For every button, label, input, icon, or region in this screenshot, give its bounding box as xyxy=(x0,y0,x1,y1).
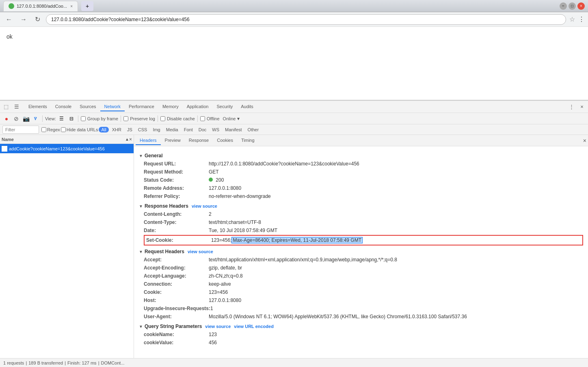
offline-checkbox[interactable] xyxy=(200,116,205,121)
record-button[interactable]: ● xyxy=(2,115,11,123)
filter-font-button[interactable]: Font xyxy=(182,127,195,132)
filter-media-button[interactable]: Media xyxy=(164,127,181,132)
details-panel: Headers Preview Response Cookies Timing … xyxy=(134,135,588,358)
cookie-row: Cookie: 123=456 xyxy=(139,289,583,296)
detail-tab-headers[interactable]: Headers xyxy=(136,136,161,145)
referrer-policy-value: no-referrer-when-downgrade xyxy=(209,193,271,200)
tree-view-button[interactable]: ⊟ xyxy=(67,115,76,123)
close-window-button[interactable]: × xyxy=(577,2,585,10)
table-row[interactable]: addCookie?cookieName=123&cookieValue=456 xyxy=(0,144,134,154)
filter-xhr-button[interactable]: XHR xyxy=(110,127,124,132)
host-row: Host: 127.0.0.1:8080 xyxy=(139,297,583,304)
devtools-close-icon[interactable]: × xyxy=(577,102,586,111)
accept-row: Accept: text/html,application/xhtml+xml,… xyxy=(139,256,583,263)
minimize-button[interactable]: − xyxy=(560,2,567,10)
response-headers-view-source[interactable]: view source xyxy=(192,204,217,208)
tab-close-button[interactable]: × xyxy=(70,4,73,9)
upgrade-insecure-key: Upgrade-Insecure-Requests: xyxy=(144,305,210,312)
devtools-tab-bar: ⬚ ☰ Elements Console Sources Network Per… xyxy=(0,101,588,113)
regex-checkbox[interactable] xyxy=(41,127,46,132)
tab-sources[interactable]: Sources xyxy=(76,102,100,111)
filter-manifest-button[interactable]: Manifest xyxy=(223,127,244,132)
tab-console[interactable]: Console xyxy=(51,102,76,111)
general-section-header[interactable]: ▼ General xyxy=(139,153,583,159)
cookie-key: Cookie: xyxy=(144,289,209,296)
tab-audits[interactable]: Audits xyxy=(237,102,257,111)
list-view-button[interactable]: ☰ xyxy=(58,115,66,123)
content-type-key: Content-Type: xyxy=(144,219,209,226)
tab-memory[interactable]: Memory xyxy=(158,102,183,111)
status-indicator xyxy=(209,178,213,182)
query-view-source[interactable]: view source xyxy=(205,324,231,329)
cookie-value-param-row: cookieValue: 456 xyxy=(139,339,583,346)
new-tab-button[interactable]: + xyxy=(81,1,93,11)
separator-2 xyxy=(78,115,78,122)
tab-network[interactable]: Network xyxy=(100,102,125,111)
detail-tabs-bar: Headers Preview Response Cookies Timing … xyxy=(134,135,588,146)
browser-menu-button[interactable]: ⋮ xyxy=(578,15,585,23)
filter-ws-button[interactable]: WS xyxy=(210,127,222,132)
maximize-button[interactable]: □ xyxy=(569,2,576,10)
close-detail-panel-button[interactable]: × xyxy=(583,137,586,144)
preserve-log-checkbox[interactable] xyxy=(123,116,128,121)
request-url-row: Request URL: http://127.0.0.1:8080/addCo… xyxy=(139,160,583,167)
filter-all-button[interactable]: All xyxy=(99,127,108,132)
filter-input[interactable] xyxy=(2,126,39,134)
tab-title: 127.0.0.1:8080/addCoo... xyxy=(17,4,67,9)
query-params-section-header[interactable]: ▼ Query String Parameters view source vi… xyxy=(139,324,583,329)
accept-key: Accept: xyxy=(144,256,209,263)
offline-label: Offline xyxy=(207,116,220,121)
detail-tab-timing[interactable]: Timing xyxy=(237,136,259,145)
connection-value: keep-alive xyxy=(209,280,231,288)
devtools-more-icon[interactable]: ⋮ xyxy=(567,102,576,111)
disable-cache-checkbox[interactable] xyxy=(160,116,165,121)
browser-tab[interactable]: 127.0.0.1:8080/addCoo... × xyxy=(3,1,78,11)
filter-other-button[interactable]: Other xyxy=(245,127,262,132)
refresh-button[interactable]: ↻ xyxy=(32,15,43,24)
cookie-name-param-row: cookieName: 123 xyxy=(139,331,583,338)
group-by-frame-checkbox[interactable] xyxy=(81,116,86,121)
remote-address-value: 127.0.0.1:8080 xyxy=(209,185,241,192)
close-request-list-button[interactable]: × xyxy=(129,137,132,142)
device-toolbar-icon[interactable]: ☰ xyxy=(12,102,21,111)
page-text: ok xyxy=(6,33,13,40)
detail-content-area: ▼ General Request URL: http://127.0.0.1:… xyxy=(134,146,588,358)
tab-application[interactable]: Application xyxy=(183,102,213,111)
online-label: Online xyxy=(223,116,236,121)
clear-button[interactable]: ⊘ xyxy=(12,115,20,123)
filter-js-button[interactable]: JS xyxy=(125,127,135,132)
tab-elements[interactable]: Elements xyxy=(24,102,51,111)
hide-data-urls-checkbox[interactable] xyxy=(61,127,66,132)
tab-security[interactable]: Security xyxy=(212,102,237,111)
back-button[interactable]: ← xyxy=(3,15,15,24)
camera-button[interactable]: 📷 xyxy=(22,115,30,123)
connection-key: Connection: xyxy=(144,280,209,288)
detail-tab-cookies[interactable]: Cookies xyxy=(213,136,237,145)
request-url-key: Request URL: xyxy=(144,160,209,167)
remote-address-key: Remote Address: xyxy=(144,185,209,192)
address-input[interactable] xyxy=(46,14,566,25)
set-cookie-key: Set-Cookie: xyxy=(146,237,211,244)
response-headers-section-header[interactable]: ▼ Response Headers view source xyxy=(139,203,583,209)
accept-encoding-row: Accept-Encoding: gzip, deflate, br xyxy=(139,264,583,271)
bookmark-button[interactable]: ☆ xyxy=(569,15,575,23)
accept-encoding-key: Accept-Encoding: xyxy=(144,264,209,271)
tab-performance[interactable]: Performance xyxy=(125,102,158,111)
online-dropdown-icon[interactable]: ▾ xyxy=(237,116,240,122)
filter-doc-button[interactable]: Doc xyxy=(196,127,209,132)
detail-tab-response[interactable]: Response xyxy=(185,136,213,145)
filter-button[interactable]: ⛛ xyxy=(32,115,40,123)
upgrade-insecure-row: Upgrade-Insecure-Requests: 1 xyxy=(139,305,583,312)
filter-img-button[interactable]: Img xyxy=(150,127,162,132)
inspect-element-icon[interactable]: ⬚ xyxy=(2,102,11,111)
query-view-url-encoded[interactable]: view URL encoded xyxy=(234,324,274,329)
content-type-row: Content-Type: text/html;charset=UTF-8 xyxy=(139,219,583,226)
detail-tab-preview[interactable]: Preview xyxy=(161,136,185,145)
request-headers-view-source[interactable]: view source xyxy=(188,249,213,254)
request-list-panel: Name ▲ × addCookie?cookieName=123&cookie… xyxy=(0,135,134,358)
request-headers-section-header[interactable]: ▼ Request Headers view source xyxy=(139,249,583,254)
date-key: Date: xyxy=(144,227,209,234)
forward-button[interactable]: → xyxy=(18,15,29,24)
view-label: View: xyxy=(45,116,56,121)
filter-css-button[interactable]: CSS xyxy=(136,127,150,132)
